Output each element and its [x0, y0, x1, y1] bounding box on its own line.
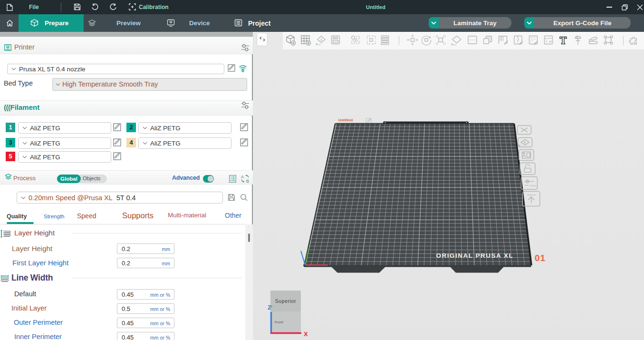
svg-text:Front: Front — [275, 320, 283, 324]
svg-text:X: X — [304, 330, 308, 338]
svg-text:01: 01 — [535, 253, 546, 263]
svg-text:B: B — [246, 179, 249, 183]
svg-text:A: A — [241, 175, 244, 179]
svg-text:Superior: Superior — [275, 298, 297, 304]
svg-text:A: A — [524, 141, 526, 144]
svg-text:Untitled: Untitled — [338, 118, 353, 122]
svg-text:ERASE: ERASE — [530, 185, 537, 187]
svg-text:↗: ↗ — [269, 304, 273, 310]
svg-text:ORIGINAL PRUSA XL: ORIGINAL PRUSA XL — [436, 252, 514, 259]
